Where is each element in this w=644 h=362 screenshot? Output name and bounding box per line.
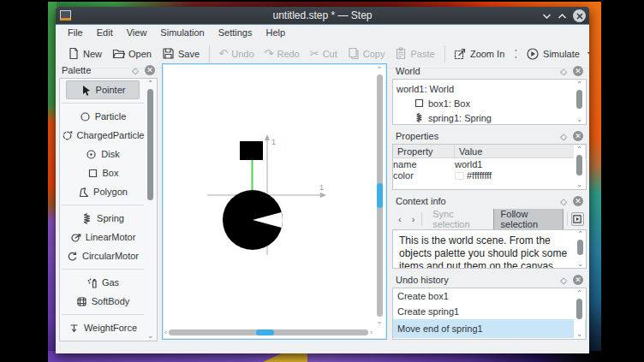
palette-item-weightforce[interactable]: WeightForce [66,318,140,337]
undo-item-move-end-of-spring1[interactable]: Move end of spring1 [393,319,586,338]
follow-selection-button[interactable]: Follow selection [493,209,564,232]
world-scrollbar[interactable]: ⌃⌄ [574,80,585,123]
paste-clipboard-icon [395,47,407,60]
palette-item-softbody[interactable]: SoftBody [66,292,140,311]
separator [421,212,422,226]
menu-edit[interactable]: Edit [90,27,120,39]
menu-view[interactable]: View [120,27,154,39]
menu-file[interactable]: File [61,27,90,39]
context-info-toolbar: ‹ › Sync selection Follow selection [392,209,587,229]
new-button[interactable]: New [63,44,107,63]
separator [567,212,568,226]
palette-separator [62,205,144,205]
disk-object[interactable] [223,190,283,250]
undo-item-create-box1[interactable]: Create box1 [393,288,586,304]
palette-separator [62,103,144,104]
undo-item-create-spring1[interactable]: Create spring1 [393,304,586,319]
palette-item-gas[interactable]: Gas [66,273,140,292]
properties-header-row[interactable]: Property Value [393,145,586,158]
box-icon [87,168,98,179]
pointer-icon [80,85,92,96]
palette-separator [62,314,144,315]
tree-item-box1[interactable]: box1: Box [397,96,582,110]
property-row-name[interactable]: name world1 [393,158,586,169]
world-canvas[interactable]: 1 1 ⌃⌄ ‹› [162,63,387,340]
close-panel-icon[interactable]: ✕ [573,131,583,141]
palette-item-pointer[interactable]: Pointer [66,80,140,99]
canvas-vertical-scrollbar[interactable]: ⌃⌄ [374,66,385,325]
desktop: untitled.step * — Step File Edit View Si… [0,0,644,362]
property-row-color[interactable]: color #ffffffff [393,169,586,181]
undo-button[interactable]: ↶ Undo [213,45,259,62]
close-panel-icon[interactable]: ✕ [145,65,155,75]
properties-scrollbar[interactable]: ⌃⌄ [574,145,585,188]
x-axis-tick-label: 1 [319,183,324,192]
tree-item-world1[interactable]: world1: World [397,81,582,96]
close-button[interactable] [573,9,586,22]
column-value: Value [455,146,486,157]
color-swatch [455,172,464,180]
new-document-icon [68,47,80,60]
float-panel-icon[interactable]: ◇ [560,276,567,285]
history-forward-icon[interactable]: › [408,214,419,224]
minimize-icon[interactable] [542,13,552,20]
tree-item-spring1[interactable]: spring1: Spring [397,110,582,125]
spring-icon [81,213,92,224]
context-scrollbar[interactable]: ⌃⌄ [575,230,586,268]
close-panel-icon[interactable]: ✕ [573,275,583,285]
open-button[interactable]: Open [107,44,157,63]
simulate-dropdown-icon[interactable] [587,50,589,57]
undo-icon: ↶ [218,48,228,59]
float-panel-icon[interactable]: ◇ [560,67,567,76]
palette-item-circularmotor[interactable]: CircularMotor [66,246,140,265]
palette-item-particle[interactable]: Particle [66,107,140,126]
save-floppy-icon [162,47,175,60]
palette-item-box[interactable]: Box [66,163,140,182]
weight-force-icon [69,323,80,334]
palette-item-polygon[interactable]: Polygon [66,182,140,201]
save-button[interactable]: Save [157,44,205,63]
close-panel-icon[interactable]: ✕ [573,196,583,206]
palette-title: Palette [62,65,132,75]
canvas-horizontal-scrollbar[interactable]: ‹› [164,327,373,337]
float-panel-icon[interactable]: ◇ [560,197,567,206]
float-panel-icon[interactable]: ◇ [560,132,567,141]
redo-icon: ↷ [265,48,274,59]
redo-button[interactable]: ↷ Redo [259,45,305,62]
box1-object[interactable] [240,141,263,160]
copy-button[interactable]: Copy [343,44,391,63]
palette-item-linearmotor[interactable]: LinearMotor [66,228,140,246]
close-panel-icon[interactable]: ✕ [573,66,583,76]
simulate-button[interactable]: Simulate [521,44,585,64]
particle-icon [80,111,91,122]
cut-button[interactable]: ✂ Cut [305,45,343,62]
undo-scrollbar[interactable]: ⌃⌄ [574,289,585,338]
palette-item-disk[interactable]: Disk [66,145,140,163]
world-panel-title: World [396,66,560,76]
menu-settings[interactable]: Settings [212,27,259,39]
zoom-in-button[interactable]: Zoom In [449,44,510,63]
history-back-icon[interactable]: ‹ [395,214,405,224]
disk-icon [86,149,97,160]
spring-icon [414,113,424,122]
undo-history-title: Undo history [396,275,560,285]
menu-simulation[interactable]: Simulation [153,27,211,39]
sync-selection-button[interactable]: Sync selection [426,209,489,229]
soft-body-icon [76,296,87,307]
palette-item-spring[interactable]: Spring [66,209,140,228]
toolbar-overflow-icon[interactable] [514,49,516,59]
scene[interactable]: 1 1 [163,64,375,325]
palette-separator [62,269,144,270]
palette-item-chargedparticle[interactable]: ChargedParticle [66,126,140,145]
menu-help[interactable]: Help [259,27,292,39]
palette-scrollbar[interactable]: ⌃⌄ [145,80,156,340]
open-in-browser-icon[interactable] [571,212,584,226]
paste-button[interactable]: Paste [390,44,439,63]
float-panel-icon[interactable]: ◇ [132,66,139,75]
close-icon [576,13,583,20]
properties-panel-title: Properties [396,131,560,141]
step-window: untitled.step * — Step File Edit View Si… [56,7,589,353]
maximize-icon[interactable] [558,13,567,20]
open-folder-icon [112,47,125,60]
titlebar[interactable]: untitled.step * — Step [56,7,589,25]
